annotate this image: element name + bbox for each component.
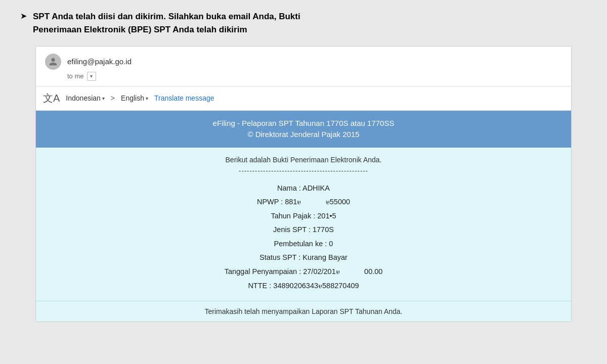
status-row: Status SPT : Kurang Bayar xyxy=(46,251,561,265)
email-content: Berikut adalah Bukti Penerimaan Elektron… xyxy=(36,148,571,301)
email-data-block: Nama : ADHIKA NPWP : 881ᵿ ᵿ55000 Tahun P… xyxy=(46,181,561,293)
email-body: eFiling - Pelaporan SPT Tahunan 1770S at… xyxy=(36,111,571,322)
arrow-icon: ➤ xyxy=(20,11,27,21)
intro-text-line1: SPT Anda telah diisi dan dikirim. Silahk… xyxy=(33,12,300,21)
tanggal-row: Tanggal Penyampaian : 27/02/201ᵿ 00.00 xyxy=(46,265,561,279)
banner-line1: eFiling - Pelaporan SPT Tahunan 1770S at… xyxy=(46,118,561,129)
lang-from-select[interactable]: Indonesian ▾ xyxy=(66,94,105,102)
email-to-row: to me ▾ xyxy=(67,72,562,81)
email-banner: eFiling - Pelaporan SPT Tahunan 1770S at… xyxy=(36,111,571,148)
email-card: efiling@pajak.go.id to me ▾ 文A Indonesia… xyxy=(35,46,572,322)
intro-paragraph: SPT Anda telah diisi dan dikirim. Silahk… xyxy=(33,10,300,37)
person-svg xyxy=(49,57,58,66)
lang-to-label: English xyxy=(121,94,144,102)
email-from-row: efiling@pajak.go.id xyxy=(45,54,562,70)
email-intro-text: Berikut adalah Bukti Penerimaan Elektron… xyxy=(46,156,561,164)
lang-from-label: Indonesian xyxy=(66,94,101,102)
arrow-separator: > xyxy=(111,94,115,102)
translate-message-link[interactable]: Translate message xyxy=(154,94,214,102)
intro-section: ➤ SPT Anda telah diisi dan dikirim. Sila… xyxy=(15,10,592,37)
translate-bar: 文A Indonesian ▾ > English ▾ Translate me… xyxy=(36,86,571,111)
translate-icon: 文A xyxy=(43,92,60,105)
email-footer: Terimakasih telah menyampaikan Laporan S… xyxy=(36,301,571,322)
lang-to-arrow: ▾ xyxy=(146,96,148,101)
banner-line2: © Direktorat Jenderal Pajak 2015 xyxy=(46,129,561,141)
tahun-row: Tahun Pajak : 201•5 xyxy=(46,209,561,223)
email-divider: ----------------------------------------… xyxy=(46,167,561,174)
email-from-address: efiling@pajak.go.id xyxy=(67,57,132,66)
jenis-row: Jenis SPT : 1770S xyxy=(46,223,561,237)
email-header: efiling@pajak.go.id to me ▾ xyxy=(36,47,571,86)
lang-from-arrow: ▾ xyxy=(102,96,105,101)
intro-text-line2: Penerimaan Elektronik (BPE) SPT Anda tel… xyxy=(33,25,247,34)
to-dropdown-button[interactable]: ▾ xyxy=(87,72,96,81)
pembetulan-row: Pembetulan ke : 0 xyxy=(46,237,561,251)
person-icon xyxy=(45,54,61,70)
lang-to-select[interactable]: English ▾ xyxy=(121,94,148,102)
npwp-row: NPWP : 881ᵿ ᵿ55000 xyxy=(46,195,561,209)
page-container: ➤ SPT Anda telah diisi dan dikirim. Sila… xyxy=(0,0,607,364)
ntte-row: NTTE : 34890206343ᵿ588270409 xyxy=(46,279,561,293)
email-to-label: to me xyxy=(67,72,84,80)
nama-row: Nama : ADHIKA xyxy=(46,181,561,196)
